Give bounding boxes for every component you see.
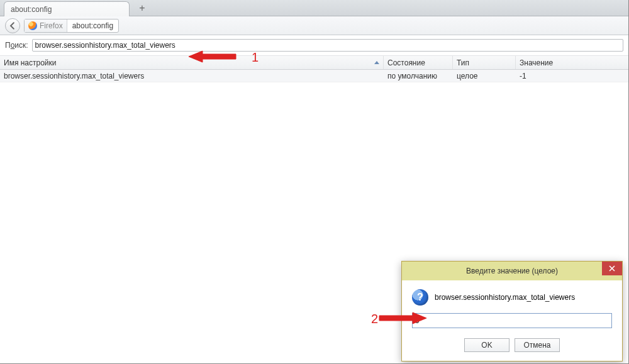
tab-strip: about:config + [0,0,628,16]
aboutconfig-search-row: Поиск: [0,35,628,56]
col-state[interactable]: Состояние [384,56,453,69]
col-type[interactable]: Тип [453,56,516,69]
table-row[interactable]: browser.sessionhistory.max_total_viewers… [0,70,628,82]
back-button[interactable] [5,18,20,33]
prompt-dialog: Введите значение (целое) ? browser.sessi… [401,261,623,361]
tab-active[interactable]: about:config [4,1,130,16]
dialog-close-button[interactable] [602,262,622,275]
firefox-icon [28,21,37,30]
dialog-titlebar: Введите значение (целое) [402,262,622,280]
new-tab-button[interactable]: + [133,2,151,14]
identity-label: Firefox [40,21,63,30]
back-arrow-icon [9,22,16,30]
search-input[interactable] [32,39,623,52]
question-icon: ? [412,289,428,306]
search-label: Поиск: [5,41,28,50]
cancel-button[interactable]: Отмена [515,338,560,352]
dialog-input[interactable] [412,313,612,328]
url-bar[interactable]: Firefox about:config [24,19,119,33]
dialog-title: Введите значение (целое) [466,267,558,275]
tab-title: about:config [11,5,123,14]
cell-type: целое [453,70,516,82]
svg-text:2: 2 [371,312,378,326]
cell-value: -1 [516,70,628,82]
pref-table-body: browser.sessionhistory.max_total_viewers… [0,70,628,82]
cell-state: по умолчанию [384,70,453,82]
identity-box[interactable]: Firefox [25,19,67,32]
pref-table-header: Имя настройки Состояние Тип Значение [0,56,628,70]
col-name[interactable]: Имя настройки [0,56,384,69]
cell-name: browser.sessionhistory.max_total_viewers [0,70,384,82]
ok-button[interactable]: OK [464,338,509,352]
dialog-label: browser.sessionhistory.max_total_viewers [435,293,575,302]
close-icon [609,265,615,272]
nav-toolbar: Firefox about:config [0,16,628,35]
url-text: about:config [67,21,118,30]
col-value[interactable]: Значение [516,56,628,69]
